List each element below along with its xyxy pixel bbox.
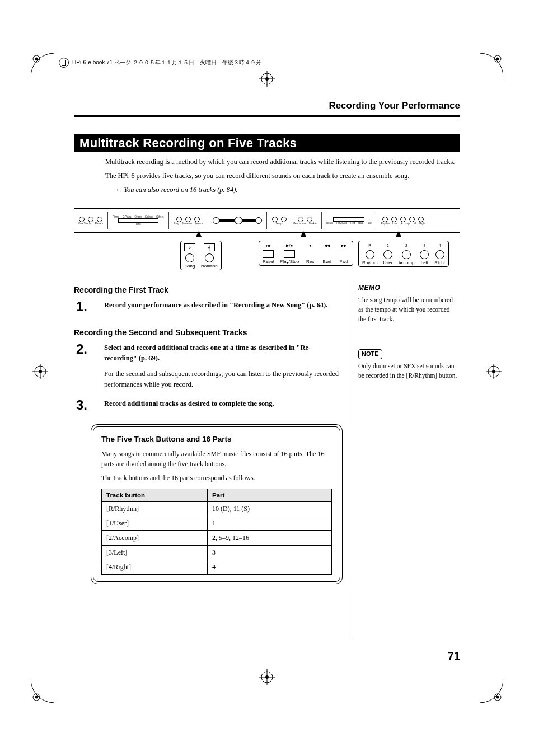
box-p1: Many songs in commercially available SMF…: [101, 449, 332, 469]
svg-point-19: [39, 370, 42, 373]
callout-song-notation: ♪Song 𝄞Notation: [180, 241, 222, 270]
step-3-num: 3.: [74, 398, 104, 412]
th-track: Track button: [102, 489, 208, 502]
svg-point-1: [35, 58, 38, 60]
subhead-second-track: Recording the Second and Subsequent Trac…: [74, 328, 343, 337]
track-part-table: Track button Part [R/Rhythm]10 (D), 11 (…: [101, 489, 332, 575]
table-row: [4/Right]4: [102, 560, 332, 575]
page-number: 71: [448, 650, 460, 663]
svg-point-7: [496, 696, 499, 699]
callout-lead-1: [196, 231, 202, 237]
callout-lead-2: [301, 231, 306, 237]
panel-strip: One TouchReverb PianoE.PianoOrganStrings…: [74, 208, 460, 233]
table-row: [1/User]1: [102, 516, 332, 531]
svg-point-11: [265, 77, 269, 81]
table-row: [3/Left]3: [102, 546, 332, 560]
intro-note-text: You can also record on 16 tracks (p. 84)…: [124, 186, 237, 194]
intro-note: → You can also record on 16 tracks (p. 8…: [113, 185, 460, 195]
step-1-num: 1.: [74, 300, 104, 313]
memo-text: The song tempo will be remembered as the…: [358, 295, 459, 323]
callout-tracks: RRhythm 1User 2Accomp 3Left 4Right: [358, 241, 449, 267]
svg-point-5: [35, 696, 38, 699]
svg-point-3: [496, 58, 499, 60]
crop-mark-br: [480, 679, 503, 703]
box-title: The Five Track Buttons and 16 Parts: [101, 435, 332, 443]
table-row: [2/Accomp]2, 5–9, 12–16: [102, 531, 332, 546]
svg-point-15: [265, 675, 269, 679]
table-row: [R/Rhythm]10 (D), 11 (S): [102, 502, 332, 516]
chapter-band: Multitrack Recording on Five Tracks: [74, 134, 460, 152]
book-icon: [59, 58, 69, 68]
crop-mark-tr: [480, 53, 503, 77]
intro-p1: Multitrack recording is a method by whic…: [105, 157, 460, 167]
box-p2: The track buttons and the 16 parts corre…: [101, 473, 332, 483]
chapter-title: Multitrack Recording on Five Tracks: [79, 136, 297, 151]
reg-target-bottom: [259, 669, 275, 685]
section-title: Recording Your Performance: [329, 100, 460, 111]
callout-lead-3: [396, 231, 401, 237]
memo-tag: MEMO: [358, 283, 381, 293]
note-text: Only drum set or SFX set sounds can be r…: [358, 361, 459, 380]
note-tag: NOTE: [358, 349, 382, 359]
step-2-num: 2.: [74, 342, 104, 356]
crop-mark-tl: [31, 53, 54, 77]
subhead-first-track: Recording the First Track: [74, 285, 343, 294]
step-1-text: Record your performance as described in …: [104, 301, 327, 309]
book-header: HPi-6-e.book 71 ページ ２００５年１１月１５日 火曜日 午後３時…: [59, 57, 261, 69]
book-header-text: HPi-6-e.book 71 ページ ２００５年１１月１５日 火曜日 午後３時…: [72, 59, 261, 67]
step-2-text: Select and record additional tracks one …: [104, 344, 311, 362]
intro-p2: The HPi-6 provides five tracks, so you c…: [105, 171, 460, 181]
step-3-text: Record additional tracks as desired to c…: [104, 400, 274, 407]
info-box: The Five Track Buttons and 16 Parts Many…: [91, 424, 343, 585]
arrow-icon: →: [113, 186, 120, 194]
svg-point-23: [492, 370, 495, 373]
step-2-plain: For the second and subsequent recordings…: [104, 369, 343, 391]
crop-mark-bl: [31, 679, 54, 703]
reg-target-right: [486, 364, 502, 379]
callout-transport: ⏮Reset ▶/■Play/Stop ●Rec ◀◀Bwd ▶▶Fwd: [259, 241, 353, 266]
th-part: Part: [208, 489, 332, 502]
header-rule: [74, 115, 460, 117]
sidebar-divider: [352, 280, 352, 638]
reg-target-left: [32, 364, 48, 379]
reg-target-top: [259, 71, 275, 87]
